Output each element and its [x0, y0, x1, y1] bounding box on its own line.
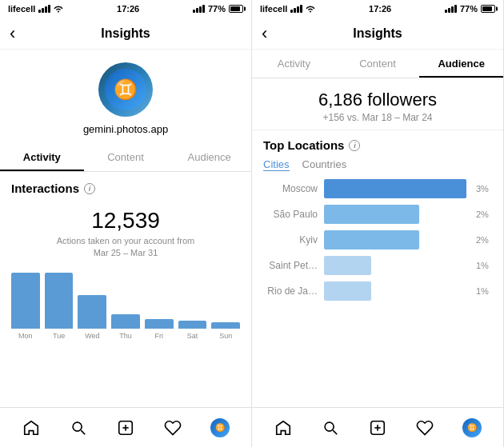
profile-section: ♊ gemini.photos.app: [0, 50, 251, 143]
bar-label: Sun: [219, 332, 232, 340]
location-row: Saint Pet…1%: [263, 256, 492, 275]
location-percent: 1%: [476, 261, 492, 270]
home-nav-icon-1[interactable]: [15, 412, 47, 444]
bar-label: Tue: [53, 332, 65, 340]
status-right-2: 77%: [445, 4, 495, 14]
bar-group: Tue: [45, 273, 74, 340]
location-bar: [324, 256, 371, 275]
home-nav-icon-2[interactable]: [267, 412, 299, 444]
bar-label: Sat: [187, 332, 198, 340]
bar-group: Thu: [111, 273, 140, 340]
bar: [45, 273, 74, 329]
status-right-1: 77%: [193, 4, 243, 14]
status-bar-1: lifecell 17:26 77%: [0, 0, 251, 18]
bar: [11, 273, 40, 329]
bar-group: Wed: [78, 273, 106, 340]
location-name: Moscow: [263, 183, 318, 194]
tab-activity-1[interactable]: Activity: [0, 143, 84, 171]
locations-info-icon[interactable]: i: [349, 140, 360, 151]
location-name: Saint Pet…: [263, 260, 318, 271]
status-left-2: lifecell: [260, 4, 315, 14]
location-row: Rio de Ja…1%: [263, 281, 492, 301]
gemini-symbol: ♊: [114, 78, 138, 101]
cities-tab[interactable]: Cities: [263, 158, 290, 171]
locations-section: Top Locations i Cities Countries Moscow3…: [252, 130, 503, 407]
signal-bars-r1: [193, 5, 205, 13]
tab-audience-1[interactable]: Audience: [167, 143, 251, 171]
carrier-2: lifecell: [260, 4, 287, 14]
search-nav-icon-1[interactable]: [62, 412, 94, 444]
battery-icon-2: [481, 5, 495, 13]
profile-logo-inner: ♊: [105, 69, 146, 110]
search-nav-icon-2[interactable]: [314, 412, 346, 444]
tab-audience-2[interactable]: Audience: [419, 50, 503, 78]
location-bar: [324, 179, 466, 198]
heart-nav-icon-1[interactable]: [157, 412, 189, 444]
add-nav-icon-1[interactable]: [110, 412, 142, 444]
bar-group: Mon: [11, 273, 40, 340]
location-row: Moscow3%: [263, 179, 492, 198]
location-rows: Moscow3%São Paulo2%Kyiv2%Saint Pet…1%Rio…: [263, 179, 492, 301]
interactions-desc: Actions taken on your account fromMar 25…: [16, 235, 235, 260]
location-row: São Paulo2%: [263, 205, 492, 224]
bar: [178, 321, 207, 329]
carrier-1: lifecell: [8, 4, 35, 14]
tab-content-2[interactable]: Content: [336, 50, 420, 78]
profile-logo: ♊: [98, 62, 153, 117]
tab-content-1[interactable]: Content: [84, 143, 168, 171]
bar-group: Sat: [178, 273, 207, 340]
profile-username: gemini.photos.app: [83, 123, 168, 135]
interactions-header: Interactions i: [0, 172, 251, 202]
location-bar-container: [324, 256, 466, 275]
bottom-nav-2: ♊: [252, 407, 503, 447]
interactions-title: Interactions: [11, 182, 79, 195]
interactions-stats: 12,539 Actions taken on your account fro…: [0, 202, 251, 263]
nav-title-1: Insights: [101, 26, 150, 41]
locations-header: Top Locations i: [263, 138, 492, 152]
tabs-1: Activity Content Audience: [0, 143, 251, 172]
svg-point-0: [73, 422, 82, 431]
location-name: São Paulo: [263, 209, 318, 220]
locations-title: Top Locations: [263, 138, 344, 152]
heart-nav-icon-2[interactable]: [409, 412, 441, 444]
svg-line-6: [333, 430, 337, 434]
bar: [211, 322, 240, 329]
location-percent: 3%: [476, 184, 492, 194]
location-bar: [324, 205, 419, 224]
profile-nav-icon-2[interactable]: ♊: [456, 412, 488, 444]
location-percent: 1%: [476, 286, 492, 296]
interactions-number: 12,539: [16, 208, 235, 233]
location-bar-container: [324, 179, 466, 198]
bar: [111, 314, 140, 329]
back-button-1[interactable]: ‹: [10, 25, 15, 42]
location-percent: 2%: [476, 235, 492, 245]
bar-label: Fri: [154, 332, 163, 340]
svg-point-5: [325, 422, 334, 431]
location-bar: [324, 281, 371, 301]
location-percent: 2%: [476, 210, 492, 219]
locations-sub-tabs: Cities Countries: [263, 158, 492, 171]
tab-activity-2[interactable]: Activity: [252, 50, 336, 78]
bar-group: Sun: [211, 273, 240, 340]
interactions-chart: MonTueWedThuFriSatSun: [0, 263, 251, 343]
time-1: 17:26: [117, 4, 139, 14]
location-bar-container: [324, 205, 466, 224]
bar-group: Fri: [145, 273, 174, 340]
battery-icon-1: [229, 5, 243, 13]
wifi-icon-1: [54, 5, 63, 13]
location-name: Rio de Ja…: [263, 285, 318, 297]
tabs-2: Activity Content Audience: [252, 50, 503, 78]
add-nav-icon-2[interactable]: [362, 412, 394, 444]
back-button-2[interactable]: ‹: [262, 25, 267, 42]
followers-change: +156 vs. Mar 18 – Mar 24: [260, 112, 495, 123]
bar: [145, 319, 174, 329]
svg-line-1: [81, 430, 85, 434]
battery-pct-1: 77%: [208, 4, 226, 14]
countries-tab[interactable]: Countries: [302, 158, 347, 171]
status-left-1: lifecell: [8, 4, 63, 14]
location-bar-container: [324, 230, 466, 249]
bottom-nav-1: ♊: [0, 407, 251, 447]
profile-nav-icon-1[interactable]: ♊: [204, 412, 236, 444]
interactions-info-icon[interactable]: i: [84, 183, 95, 194]
bar-label: Mon: [18, 332, 33, 340]
